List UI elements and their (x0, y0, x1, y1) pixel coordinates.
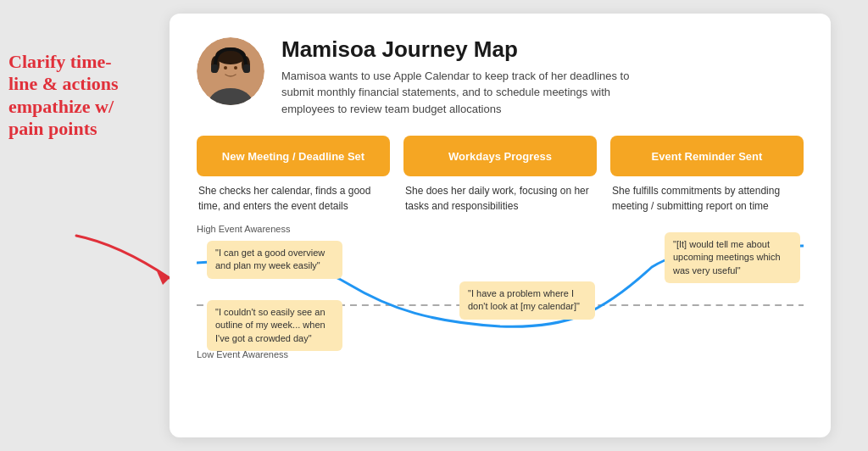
header-section: Mamisoa Journey Map Mamisoa wants to use… (197, 37, 804, 117)
phase-col-3: Event Reminder Sent She fulfills commitm… (610, 136, 804, 214)
quote-box-1: "I can get a good overview and plan my w… (207, 241, 342, 279)
header-text: Mamisoa Journey Map Mamisoa wants to use… (281, 37, 654, 117)
chart-area: High Event Awareness Low Event Awareness… (197, 224, 804, 359)
chart-label-high: High Event Awareness (197, 224, 290, 234)
annotation-arrow (51, 227, 186, 298)
svg-point-9 (224, 66, 227, 70)
phases-row: New Meeting / Deadline Set She checks he… (197, 136, 804, 214)
quote-box-3: "I have a problem where I don't look at … (459, 281, 595, 320)
phase-desc-1: She checks her calendar, finds a good ti… (197, 183, 390, 214)
journey-map-card: Mamisoa Journey Map Mamisoa wants to use… (170, 14, 831, 437)
quote-box-4: "[It] would tell me about upcoming meeti… (665, 232, 800, 283)
phase-badge-2: Workdays Progress (403, 136, 597, 176)
avatar (197, 37, 264, 105)
svg-rect-8 (243, 64, 250, 73)
svg-rect-7 (211, 64, 218, 73)
page-title: Mamisoa Journey Map (281, 37, 654, 62)
phase-col-2: Workdays Progress She does her daily wor… (403, 136, 597, 214)
phase-desc-2: She does her daily work, focusing on her… (403, 183, 597, 214)
phase-col-1: New Meeting / Deadline Set She checks he… (197, 136, 390, 214)
quote-box-2: "I couldn't so easily see an outline of … (207, 300, 342, 351)
header-description: Mamisoa wants to use Apple Calendar to k… (281, 68, 654, 118)
phase-badge-3: Event Reminder Sent (610, 136, 804, 176)
phase-desc-3: She fulfills commitments by attending me… (610, 183, 804, 214)
annotation-text: Clarify time-line & actionsempathize w/p… (8, 51, 161, 141)
phase-badge-1: New Meeting / Deadline Set (197, 136, 390, 176)
svg-point-10 (234, 66, 237, 70)
